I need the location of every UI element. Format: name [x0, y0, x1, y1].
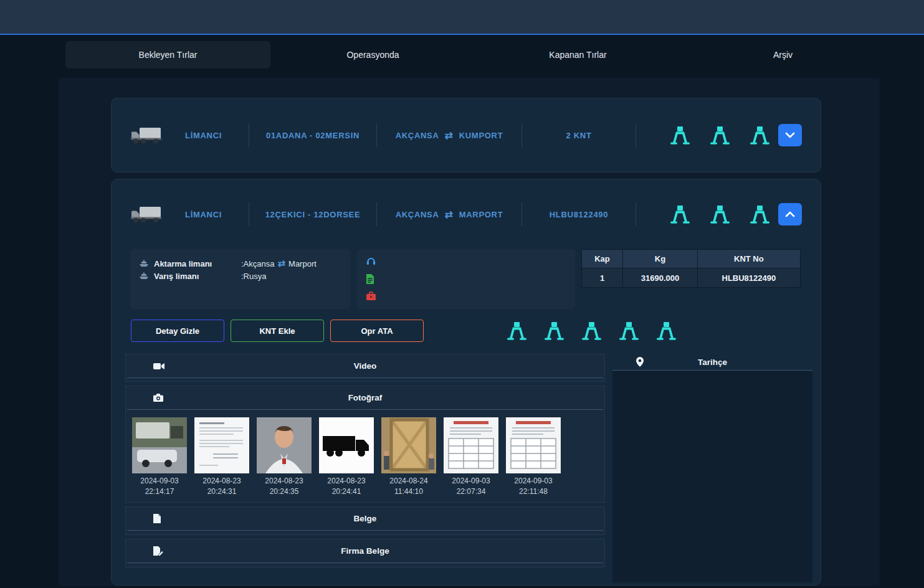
- photo-thumbnail[interactable]: 2024-08-23 20:24:35: [257, 417, 312, 497]
- photo-time: 22:14:17: [132, 486, 187, 497]
- camera-icon: [153, 394, 163, 402]
- photo-time: 22:11:48: [506, 486, 561, 497]
- company-document-section: Firma Belge: [125, 539, 605, 567]
- tab-bar: Bekleyen Tırlar Operasyonda Kapanan Tırl…: [65, 41, 885, 69]
- document-icon: [153, 514, 161, 523]
- opr-ata-button[interactable]: Opr ATA: [330, 320, 424, 342]
- photo-time: 22:07:34: [444, 486, 498, 497]
- ship-icon: [139, 260, 154, 267]
- divider: [376, 123, 377, 147]
- table-header-kg: Kg: [623, 250, 697, 268]
- tab-bekleyen-tirlar[interactable]: Bekleyen Tırlar: [65, 41, 270, 69]
- tab-arsiv[interactable]: Arşiv: [680, 41, 885, 69]
- photo-thumbnails: 2024-09-03 22:14:17 2024-08-23: [126, 410, 604, 497]
- crane-icon[interactable]: [505, 321, 528, 340]
- knt-table: Kap Kg KNT No 1 31690.000 HLBU8122490: [581, 249, 801, 309]
- company-document-section-title: Firma Belge: [127, 546, 603, 556]
- media-content: Video Fotoğraf: [125, 354, 821, 582]
- swap-arrows-icon: ⇄: [445, 130, 454, 141]
- tab-kapanan-tirlar[interactable]: Kapanan Tırlar: [475, 41, 680, 69]
- document-section-header[interactable]: Belge: [127, 507, 603, 531]
- history-section-header[interactable]: Tarihçe: [612, 354, 812, 371]
- edit-document-icon: [153, 546, 164, 556]
- detay-gizle-button[interactable]: Detay Gizle: [131, 320, 224, 342]
- crane-icon[interactable]: [708, 126, 731, 145]
- photo-date: 2024-08-24: [381, 476, 436, 486]
- truck-photo-icon: [130, 126, 163, 145]
- photo-date: 2024-09-03: [132, 476, 187, 486]
- photo-date: 2024-08-23: [257, 476, 312, 486]
- card-header: LİMANCI 01ADANA - 02MERSIN AKÇANSA ⇄ KUM…: [112, 98, 821, 172]
- headset-icon[interactable]: [366, 256, 377, 267]
- transfer-port-to: Marport: [288, 259, 317, 268]
- photo-thumbnail[interactable]: 2024-08-23 20:24:41: [319, 417, 374, 497]
- document-icon[interactable]: [366, 273, 377, 284]
- divider: [522, 123, 522, 147]
- photo-image: [381, 417, 436, 473]
- video-camera-icon: [153, 363, 164, 370]
- photo-date: 2024-09-03: [506, 476, 561, 486]
- crane-icon[interactable]: [617, 321, 640, 340]
- company-document-section-header[interactable]: Firma Belge: [127, 539, 603, 563]
- toolbox-icon[interactable]: [366, 291, 377, 301]
- table-cell-knt-no: HLBU8122490: [697, 268, 800, 288]
- crane-icon[interactable]: [748, 205, 771, 224]
- status-icon-group: [669, 126, 771, 145]
- port-from-label: AKÇANSA: [396, 131, 439, 140]
- crane-icon[interactable]: [580, 321, 603, 340]
- table-cell-kg: 31690.000: [623, 268, 697, 288]
- crane-icon[interactable]: [655, 321, 677, 340]
- swap-arrows-icon: ⇄: [445, 209, 454, 220]
- photo-image: [132, 417, 187, 473]
- expand-card-button[interactable]: [778, 124, 802, 146]
- photo-thumbnail[interactable]: 2024-09-03 22:07:34: [444, 417, 498, 497]
- photo-time: 11:44:10: [381, 486, 436, 497]
- crane-icon[interactable]: [543, 321, 565, 340]
- video-section: Video: [125, 354, 605, 382]
- chevron-up-icon: [785, 211, 795, 217]
- knt-count-label: 2 KNT: [532, 131, 626, 140]
- collapse-card-button[interactable]: [778, 203, 802, 225]
- transfer-port-row: Aktarma limanı :Akçansa ⇄ Marport: [139, 257, 342, 270]
- photo-thumbnail[interactable]: 2024-09-03 22:14:17: [132, 417, 187, 497]
- crane-icon[interactable]: [708, 205, 731, 224]
- photo-section: Fotoğraf 2024-09-03 22:14:17: [125, 386, 605, 503]
- truck-photo-icon: [130, 205, 163, 224]
- ports-label: AKÇANSA ⇄ KUMPORT: [387, 130, 512, 141]
- divider: [636, 123, 636, 147]
- port-from-label: AKÇANSA: [396, 210, 439, 219]
- truck-card-collapsed: LİMANCI 01ADANA - 02MERSIN AKÇANSA ⇄ KUM…: [111, 98, 821, 173]
- photo-date: 2024-08-23: [194, 476, 249, 486]
- divider: [249, 202, 249, 226]
- port-to-label: KUMPORT: [459, 131, 503, 140]
- video-section-header[interactable]: Video: [127, 354, 603, 378]
- crane-icon[interactable]: [669, 126, 691, 145]
- crane-icon[interactable]: [748, 126, 771, 145]
- destination-port-row: Varış limanı :Rusya: [139, 270, 342, 282]
- transfer-port-from: :Akçansa: [241, 259, 274, 268]
- truck-card-expanded: LİMANCI 12ÇEKICI - 12DORSEE AKÇANSA ⇄ MA…: [111, 179, 821, 586]
- route-label: 01ADANA - 02MERSIN: [259, 131, 366, 140]
- photo-date: 2024-08-23: [319, 476, 374, 486]
- top-navbar: [0, 0, 924, 35]
- divider: [522, 202, 522, 226]
- container-no-label: HLBU8122490: [532, 210, 626, 219]
- photo-thumbnail[interactable]: 2024-09-03 22:11:48: [506, 417, 561, 497]
- company-label: LİMANCI: [185, 210, 239, 219]
- transfer-port-label: Aktarma limanı: [154, 259, 241, 268]
- photo-time: 20:24:41: [319, 486, 374, 497]
- photo-thumbnail[interactable]: 2024-08-23 20:24:31: [194, 417, 249, 497]
- tab-operasyonda[interactable]: Operasyonda: [270, 41, 475, 69]
- photo-time: 20:24:31: [194, 486, 249, 497]
- destination-port-value: :Rusya: [241, 272, 266, 281]
- quick-actions-panel: [357, 249, 574, 309]
- video-section-title: Video: [127, 361, 603, 371]
- photo-date: 2024-09-03: [444, 476, 498, 486]
- photo-section-title: Fotoğraf: [127, 393, 603, 402]
- crane-icon[interactable]: [669, 205, 691, 224]
- photo-image: [257, 417, 312, 473]
- knt-ekle-button[interactable]: KNT Ekle: [231, 320, 324, 342]
- photo-thumbnail[interactable]: 2024-08-24 11:44:10: [381, 417, 436, 497]
- photo-section-header[interactable]: Fotoğraf: [127, 386, 603, 410]
- route-label: 12ÇEKICI - 12DORSEE: [259, 210, 366, 219]
